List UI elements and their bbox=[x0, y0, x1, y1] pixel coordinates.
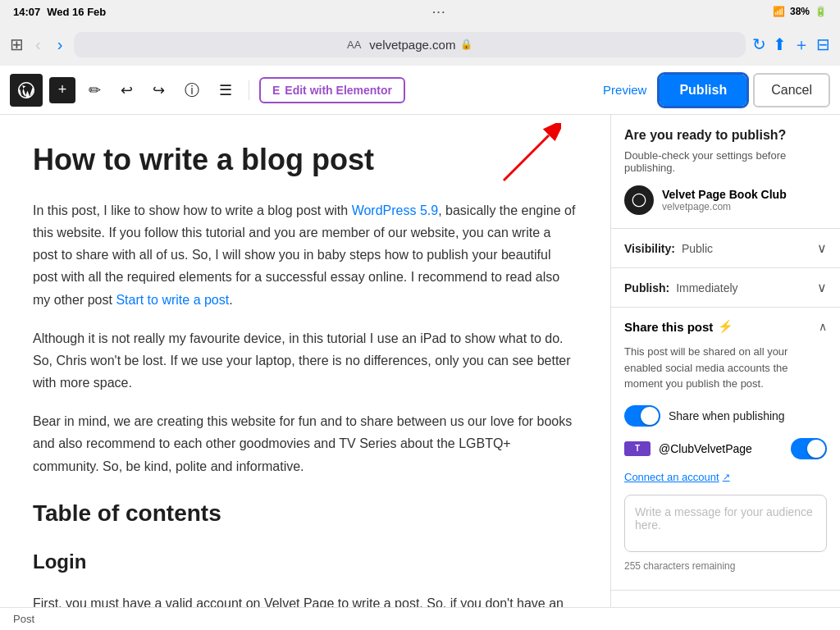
share-collapse-btn[interactable]: ∧ bbox=[819, 320, 827, 333]
char-count: 255 characters remaining bbox=[624, 560, 827, 572]
reload-btn[interactable]: ↻ bbox=[752, 34, 766, 54]
connect-account-link[interactable]: Connect an account ↗ bbox=[624, 471, 827, 483]
visibility-chevron: ∨ bbox=[817, 240, 827, 256]
site-logo bbox=[624, 185, 654, 215]
account-toggle[interactable] bbox=[791, 438, 827, 459]
post-title: How to write a blog post bbox=[33, 141, 578, 180]
preview-btn[interactable]: Preview bbox=[596, 76, 653, 103]
account-icon: T bbox=[624, 441, 651, 456]
post-body: In this post, I like to show how to writ… bbox=[33, 199, 578, 630]
time: 14:07 bbox=[13, 6, 40, 18]
add-block-btn[interactable]: + bbox=[49, 77, 75, 103]
breadcrumb: Post bbox=[13, 613, 34, 625]
message-placeholder: Write a message for your audience here. bbox=[635, 505, 813, 532]
info-btn[interactable]: ⓘ bbox=[178, 74, 206, 107]
wp-toolbar: + ✏ ↩ ↪ ⓘ ☰ E Edit with Elementor Previe… bbox=[0, 66, 840, 115]
tabs-btn[interactable]: ⊟ bbox=[816, 34, 830, 54]
paragraph-1: In this post, I like to show how to writ… bbox=[33, 199, 578, 311]
publish-btn[interactable]: Publish bbox=[660, 75, 746, 106]
heading-login: Login bbox=[33, 546, 578, 579]
ready-section: Are you ready to publish? Double-check y… bbox=[611, 115, 840, 229]
new-tab-btn[interactable]: ＋ bbox=[793, 34, 810, 56]
status-bar: 14:07 Wed 16 Feb ··· 📶 38% 🔋 bbox=[0, 0, 840, 23]
wifi-icon: 📶 bbox=[773, 6, 785, 17]
account-toggle-knob bbox=[807, 440, 825, 458]
battery-icon: 🔋 bbox=[815, 6, 827, 17]
share-when-publishing-row: Share when publishing bbox=[624, 405, 827, 427]
wp-logo bbox=[10, 74, 43, 107]
publish-chevron: ∨ bbox=[817, 280, 827, 295]
paragraph-2: Although it is not really my favourite d… bbox=[33, 327, 578, 395]
toggle-knob bbox=[641, 407, 659, 425]
ready-subtitle: Double-check your settings before publis… bbox=[624, 149, 827, 174]
account-row: T @ClubVelvetPage bbox=[624, 438, 827, 459]
list-view-btn[interactable]: ☰ bbox=[212, 75, 239, 106]
site-info: Velvet Page Book Club velvetpage.com bbox=[624, 185, 827, 215]
redo-btn[interactable]: ↪ bbox=[146, 75, 171, 106]
share-btn[interactable]: ⬆ bbox=[773, 34, 787, 54]
sidebar-toggle-btn[interactable]: ⊞ bbox=[10, 34, 24, 54]
ready-title: Are you ready to publish? bbox=[624, 128, 827, 143]
text-size-btn[interactable]: AA bbox=[347, 39, 361, 51]
status-dots: ··· bbox=[432, 6, 446, 18]
share-toggle-label: Share when publishing bbox=[669, 409, 785, 422]
external-link-icon: ↗ bbox=[723, 472, 730, 482]
lock-icon: 🔒 bbox=[460, 39, 472, 50]
site-name: Velvet Page Book Club bbox=[662, 188, 787, 201]
share-toggle[interactable] bbox=[624, 405, 660, 427]
elementor-label: Edit with Elementor bbox=[285, 84, 392, 97]
toolbar-separator bbox=[249, 80, 249, 100]
share-section: Share this post ⚡ ∧ This post will be sh… bbox=[611, 308, 840, 591]
share-icon: ⚡ bbox=[718, 319, 733, 334]
share-title: Share this post ⚡ bbox=[624, 319, 733, 334]
bottom-bar: Post bbox=[0, 607, 840, 630]
publish-row[interactable]: Publish: Immediately ∨ bbox=[611, 268, 840, 308]
heading-table-of-contents: Table of contents bbox=[33, 494, 578, 533]
wp59-link[interactable]: WordPress 5.9 bbox=[352, 203, 439, 217]
account-name: @ClubVelvetPage bbox=[659, 442, 783, 455]
undo-btn[interactable]: ↩ bbox=[114, 75, 139, 106]
browser-bar: ⊞ ‹ › AA velvetpage.com 🔒 ↻ ⬆ ＋ ⊟ bbox=[0, 23, 840, 66]
main-area: How to write a blog post In this post, I… bbox=[0, 115, 840, 630]
share-description: This post will be shared on all your ena… bbox=[624, 344, 827, 392]
share-header: Share this post ⚡ ∧ bbox=[624, 319, 827, 334]
sidebar-panel: Are you ready to publish? Double-check y… bbox=[610, 115, 840, 630]
editor-area[interactable]: How to write a blog post In this post, I… bbox=[0, 115, 610, 630]
pen-tool-btn[interactable]: ✏ bbox=[82, 75, 107, 106]
url-text: velvetpage.com bbox=[369, 38, 455, 52]
date: Wed 16 Feb bbox=[47, 6, 106, 18]
battery: 38% bbox=[790, 6, 810, 17]
cancel-btn[interactable]: Cancel bbox=[753, 73, 830, 107]
back-btn[interactable]: ‹ bbox=[30, 32, 46, 57]
visibility-row[interactable]: Visibility: Public ∨ bbox=[611, 229, 840, 268]
forward-btn[interactable]: › bbox=[52, 32, 68, 57]
paragraph-3: Bear in mind, we are creating this websi… bbox=[33, 410, 578, 477]
start-write-link[interactable]: Start to write a post bbox=[116, 293, 229, 307]
url-bar[interactable]: AA velvetpage.com 🔒 bbox=[74, 32, 746, 57]
site-url: velvetpage.com bbox=[662, 201, 787, 212]
elementor-icon: E bbox=[272, 84, 280, 97]
edit-with-elementor-btn[interactable]: E Edit with Elementor bbox=[259, 77, 405, 103]
message-box[interactable]: Write a message for your audience here. bbox=[624, 495, 827, 552]
